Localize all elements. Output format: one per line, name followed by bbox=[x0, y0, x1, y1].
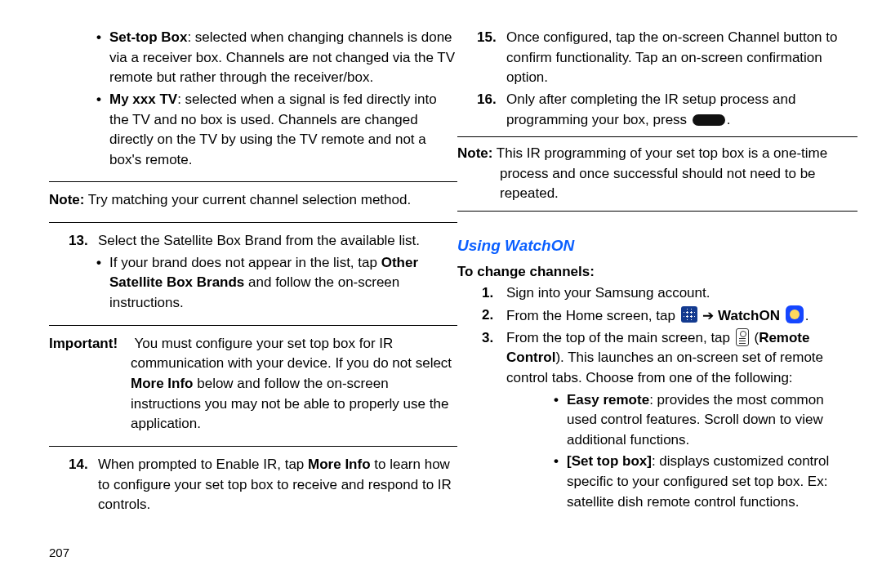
section-using-watchon: Using WatchON bbox=[457, 234, 858, 257]
step-13-num: 13. bbox=[69, 231, 88, 252]
bullet-settop: Set-top Box: selected when changing chan… bbox=[49, 28, 457, 88]
bullet-settop-lead: Set-top Box bbox=[109, 29, 187, 45]
step-15-text: Once configured, tap the on-screen Chann… bbox=[506, 29, 837, 85]
step-14-num: 14. bbox=[69, 455, 88, 475]
page: Set-top Box: selected when changing chan… bbox=[0, 0, 882, 588]
cc-sub-easy: Easy remote: provides the most common us… bbox=[506, 390, 858, 451]
intro-bullets: Set-top Box: selected when changing chan… bbox=[49, 28, 457, 170]
divider bbox=[457, 136, 858, 137]
cc-step-2-post: . bbox=[805, 308, 809, 323]
note-text: Try matching your current channel select… bbox=[84, 192, 411, 207]
divider bbox=[457, 211, 858, 212]
left-column: Set-top Box: selected when changing chan… bbox=[49, 28, 457, 517]
remote-icon bbox=[736, 328, 749, 346]
step-16: 16. Only after completing the IR setup p… bbox=[457, 90, 858, 130]
cc-step-2-pre: From the Home screen, tap bbox=[506, 308, 679, 323]
divider bbox=[49, 325, 457, 326]
important-label: Important! bbox=[49, 334, 131, 354]
step-16-pre: Only after completing the IR setup proce… bbox=[506, 91, 795, 127]
note2-label: Note: bbox=[457, 145, 492, 161]
step-13: 13. Select the Satellite Box Brand from … bbox=[49, 231, 457, 252]
cc-step-2: 2. From the Home screen, tap ➔ WatchON . bbox=[457, 305, 858, 327]
step-13-text: Select the Satellite Box Brand from the … bbox=[98, 233, 420, 248]
step-16-num: 16. bbox=[477, 90, 497, 110]
page-number: 207 bbox=[49, 544, 69, 562]
step-14-bold: More Info bbox=[308, 457, 371, 472]
cc-step-2-num: 2. bbox=[482, 305, 493, 326]
important-moreinfo: More Info bbox=[131, 376, 194, 391]
cc-step-1-text: Sign into your Samsung account. bbox=[506, 285, 710, 301]
step-15-num: 15. bbox=[477, 28, 497, 48]
step-16-post: . bbox=[727, 112, 731, 127]
cc-sub-stb-lead: [Set top box] bbox=[567, 453, 652, 469]
note2-text: This IR programming of your set top box … bbox=[492, 145, 827, 201]
home-button-icon bbox=[693, 114, 725, 126]
cc-step-2-arrow: ➔ bbox=[699, 308, 718, 323]
subhead-change-channels: To change channels: bbox=[457, 262, 858, 283]
step-13-sub: If your brand does not appear in the lis… bbox=[49, 253, 457, 314]
cc-step-1: 1. Sign into your Samsung account. bbox=[457, 283, 858, 304]
divider bbox=[49, 446, 457, 447]
cc-step-2-bold: WatchON bbox=[718, 308, 780, 323]
step-13-sub-pre: If your brand does not appear in the lis… bbox=[109, 255, 381, 270]
step-14-pre: When prompted to Enable IR, tap bbox=[98, 457, 308, 472]
bullet-mytv: My xxx TV: selected when a signal is fed… bbox=[49, 90, 457, 171]
apps-icon bbox=[681, 306, 697, 323]
cc-step-3: 3. From the top of the main screen, tap … bbox=[457, 328, 858, 513]
note-ir-onetime: Note: This IR programming of your set to… bbox=[457, 144, 858, 204]
important-ir: Important! You must configure your set t… bbox=[49, 334, 457, 434]
watchon-icon bbox=[786, 305, 804, 323]
change-channels-steps: 1. Sign into your Samsung account. 2. Fr… bbox=[457, 283, 858, 512]
step-15: 15. Once configured, tap the on-screen C… bbox=[457, 28, 858, 88]
cc-step-3-num: 3. bbox=[482, 328, 493, 349]
cc-step-3-pre: From the top of the main screen, tap bbox=[506, 330, 734, 345]
cc-step-1-num: 1. bbox=[482, 283, 493, 304]
right-column: 15. Once configured, tap the on-screen C… bbox=[457, 28, 858, 514]
important-text1: You must configure your set top box for … bbox=[131, 336, 452, 372]
cc-sub-stb: [Set top box]: displays customized contr… bbox=[506, 452, 858, 512]
cc-sub-easy-lead: Easy remote bbox=[567, 392, 649, 408]
cc-step-3-open: ( bbox=[751, 330, 759, 345]
cc-step-3-subs: Easy remote: provides the most common us… bbox=[506, 390, 858, 513]
note-label: Note: bbox=[49, 192, 84, 207]
divider bbox=[49, 181, 457, 182]
note-channel-method: Note: Try matching your current channel … bbox=[49, 190, 457, 211]
bullet-mytv-lead: My xxx TV bbox=[109, 91, 177, 107]
divider bbox=[49, 222, 457, 223]
step-14: 14. When prompted to Enable IR, tap More… bbox=[49, 455, 457, 515]
